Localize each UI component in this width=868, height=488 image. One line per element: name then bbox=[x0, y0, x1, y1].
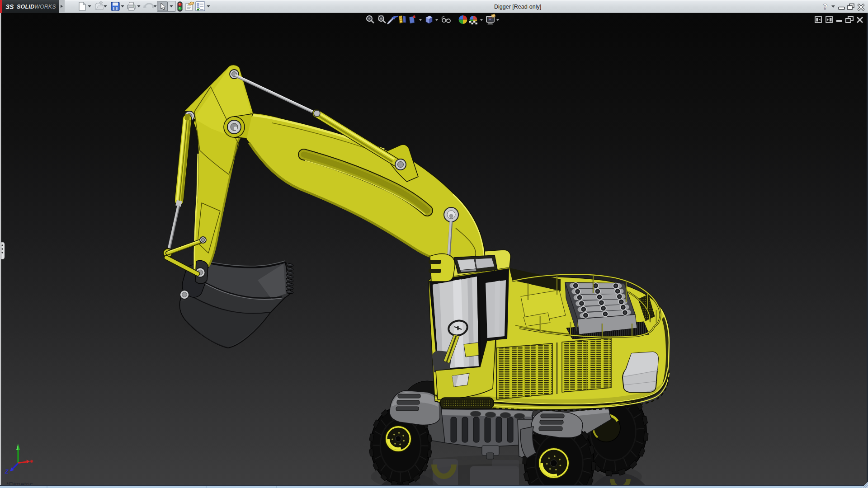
svg-text:SOLID: SOLID bbox=[17, 4, 34, 10]
svg-text:Z: Z bbox=[5, 469, 9, 475]
svg-text:WORKS: WORKS bbox=[34, 4, 56, 10]
svg-text:ЗS: ЗS bbox=[5, 3, 14, 10]
svg-text:?: ? bbox=[823, 3, 827, 11]
svg-text:Digger [Read-only]: Digger [Read-only] bbox=[494, 4, 541, 10]
